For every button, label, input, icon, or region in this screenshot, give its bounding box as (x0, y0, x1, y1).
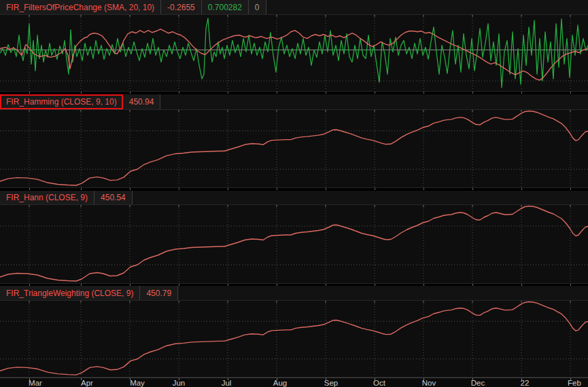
month-tick (81, 92, 82, 94)
month-tick (472, 92, 473, 94)
series-fir_hann_close_9 (0, 206, 588, 282)
indicator-value: 0.700282 (202, 0, 249, 14)
axis-label-mar: Mar (29, 379, 42, 387)
indicator-values: 450.79 (140, 286, 178, 300)
series-fir_triangle_weighting_close_9 (0, 301, 588, 375)
month-tick (29, 92, 30, 94)
month-tick (179, 92, 179, 94)
month-tick (570, 188, 571, 190)
axis-label-aug: Aug (273, 379, 287, 387)
axis-label-jul: Jul (222, 379, 232, 387)
chart-fir-triangle-weighting[interactable] (0, 300, 588, 377)
series-fir_hamming_close_9_10 (0, 111, 588, 185)
chart-filters-of-price-change[interactable] (0, 14, 588, 92)
month-tick (375, 188, 375, 190)
month-tick (375, 92, 375, 94)
indicator-values: 450.94 (123, 94, 161, 109)
series-filters_of_price_change (0, 18, 588, 88)
month-tick (326, 188, 326, 190)
axis-label-may: May (130, 379, 145, 387)
indicator-value: -0.2655 (161, 0, 202, 14)
month-tick (179, 188, 179, 190)
axis-label-apr: Apr (81, 379, 93, 387)
axis-label-22: 22 (521, 379, 530, 387)
month-tick (29, 188, 30, 190)
indicator-values: 450.54 (94, 191, 133, 204)
month-tick (423, 92, 424, 94)
month-tick (130, 188, 131, 190)
indicator-value: 450.94 (123, 94, 161, 109)
time-axis: MarAprMayJunJulAugSepOctNovDec22Feb (0, 377, 588, 387)
month-tick (277, 188, 277, 190)
month-tick (570, 92, 571, 94)
axis-label-oct: Oct (373, 379, 385, 387)
panel-header-fir-hann: FIR_Hann (CLOSE, 9) 450.54 (0, 191, 588, 204)
panel-header-fir-hamming: FIR_Hamming (CLOSE, 9, 10) 450.94 (0, 94, 588, 109)
indicator-value: 0 (249, 0, 266, 14)
indicator-label-fir-hamming-selected[interactable]: FIR_Hamming (CLOSE, 9, 10) (0, 94, 123, 109)
axis-label-dec: Dec (471, 379, 485, 387)
chart-workspace: FIR_FiltersOfPriceChange (SMA, 20, 10) -… (0, 0, 588, 387)
month-tick (326, 92, 326, 94)
axis-label-nov: Nov (422, 379, 436, 387)
chart-fir-hann[interactable] (0, 204, 588, 284)
axis-label-jun: Jun (173, 379, 186, 387)
month-tick (277, 92, 277, 94)
indicator-value: 450.54 (94, 191, 133, 204)
month-tick (130, 92, 131, 94)
indicator-label-filters-of-price-change[interactable]: FIR_FiltersOfPriceChange (SMA, 20, 10) (0, 0, 161, 14)
month-tick (228, 188, 228, 190)
month-tick (521, 188, 522, 190)
month-tick (521, 92, 522, 94)
panel-header-filters-of-price-change: FIR_FiltersOfPriceChange (SMA, 20, 10) -… (0, 0, 588, 14)
indicator-value: 450.79 (140, 286, 178, 300)
month-tick (472, 188, 473, 190)
indicator-label-fir-hann[interactable]: FIR_Hann (CLOSE, 9) (0, 191, 94, 204)
month-tick (423, 188, 424, 190)
month-tick (228, 92, 228, 94)
axis-label-sep: Sep (324, 379, 338, 387)
panel-header-fir-triangle-weighting: FIR_TriangleWeighting (CLOSE, 9) 450.79 (0, 286, 588, 300)
indicator-label-fir-triangle-weighting[interactable]: FIR_TriangleWeighting (CLOSE, 9) (0, 286, 140, 300)
chart-fir-hamming[interactable] (0, 109, 588, 188)
axis-label-feb: Feb (568, 379, 581, 387)
month-tick (81, 188, 82, 190)
indicator-values: -0.26550.7002820 (161, 0, 266, 14)
